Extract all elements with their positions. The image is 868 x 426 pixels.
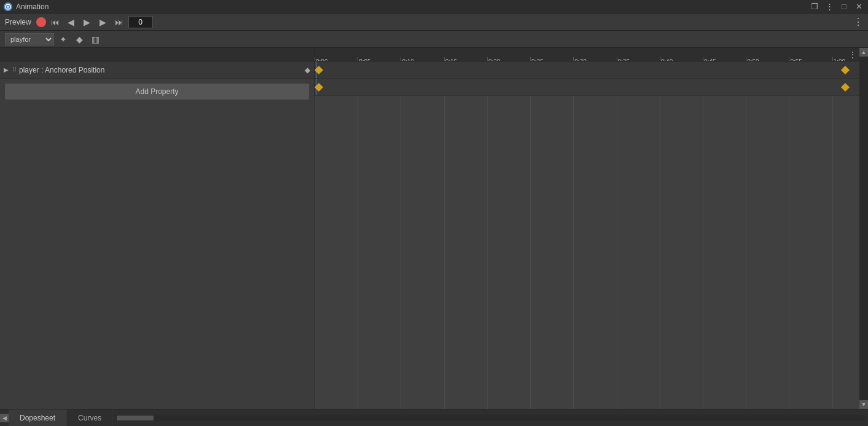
playhead-line (316, 61, 316, 78)
ruler-tick: 0:35 (617, 57, 617, 61)
grid-line (444, 96, 445, 409)
timeline-section: 0:000:050:100:150:200:250:300:350:400:45… (315, 48, 868, 409)
content-area: ▶ ⠿ player : Anchored Position ◆ Add Pro… (0, 48, 868, 409)
empty-tracks (315, 96, 859, 409)
keyframe-end (841, 83, 850, 92)
toolbar-primary: Preview ⏮ ◀ ▶ ▶ ⏭ ⋮ (0, 14, 868, 31)
left-panel: ▶ ⠿ player : Anchored Position ◆ Add Pro… (0, 48, 315, 409)
keyframe-diamond-end (841, 66, 850, 74)
skip-start-button[interactable]: ⏮ (49, 15, 62, 29)
timeline-header-left (0, 48, 314, 61)
grid-line (358, 96, 358, 409)
animation-icon (4, 2, 12, 11)
expand-arrow-icon[interactable]: ▶ (4, 66, 10, 73)
diamond-button[interactable]: ◆ (72, 33, 86, 46)
property-row[interactable]: ▶ ⠿ player : Anchored Position ◆ (0, 61, 314, 79)
scroll-left-arrow[interactable]: ◀ (0, 414, 9, 422)
time-input[interactable] (128, 16, 153, 28)
ruler-tick: 0:05 (358, 57, 358, 61)
grid-line (315, 96, 315, 409)
toolbar-secondary: playfor ✦ ◆ ▥ (0, 31, 868, 48)
grid-line (617, 96, 617, 409)
timeline-grid (315, 79, 859, 95)
grid-line (789, 96, 789, 409)
ruler-tick: 0:20 (487, 57, 488, 61)
scroll-track-h[interactable] (115, 415, 866, 421)
scroll-down-btn[interactable]: ▼ (859, 400, 868, 409)
tab-dopesheet[interactable]: Dopesheet (9, 409, 67, 426)
ruler-tick: 0:45 (703, 57, 703, 61)
property-diamond-icon[interactable]: ◆ (305, 66, 310, 74)
main-container: Preview ⏮ ◀ ▶ ▶ ⏭ ⋮ playfor ✦ ◆ ▥ ▶ ⠿ pl… (0, 14, 868, 426)
property-name: player : Anchored Position (19, 66, 305, 74)
ruler-tick: 0:40 (660, 57, 660, 61)
ruler-tick: 0:25 (530, 57, 531, 61)
ruler-tick: 0:10 (401, 57, 401, 61)
menu-btn[interactable]: ⋮ (824, 1, 835, 12)
skip-end-button[interactable]: ⏭ (112, 15, 126, 29)
record-button[interactable] (36, 17, 46, 27)
grid-line (703, 96, 703, 409)
restore-btn[interactable]: ❐ (809, 1, 820, 12)
timeline-ruler: 0:000:050:100:150:200:250:300:350:400:45… (315, 48, 859, 61)
ruler-tick: 0:30 (573, 57, 574, 61)
grid-line (746, 96, 746, 409)
timeline-blank-row (315, 61, 859, 79)
toolbar-menu-dots[interactable]: ⋮ (853, 16, 863, 28)
grid-line (530, 96, 531, 409)
scroll-thumb-h[interactable] (117, 416, 154, 420)
svg-point-1 (7, 6, 9, 7)
grid-line (487, 96, 488, 409)
play-button[interactable]: ▶ (80, 15, 94, 29)
ruler-tick: 0:50 (746, 57, 746, 61)
bottom-tabs: Dopesheet Curves (9, 409, 113, 426)
playfor-select[interactable]: playfor (5, 33, 54, 45)
ruler-tick: 0:55 (789, 57, 789, 61)
ruler-menu-dots[interactable]: ⋮ (846, 48, 859, 61)
scroll-up-btn[interactable]: ▲ (859, 48, 868, 57)
preview-label: Preview (5, 18, 31, 26)
drag-handle-icon[interactable]: ⠿ (12, 66, 17, 73)
ruler-inner: 0:000:050:100:150:200:250:300:350:400:45… (315, 48, 859, 61)
add-property-button[interactable]: Add Property (5, 84, 309, 100)
vertical-scrollbar[interactable]: ▲ ▼ (859, 48, 868, 409)
grid-line (660, 96, 660, 409)
window-controls: ❐ ⋮ □ ✕ (809, 1, 864, 12)
prev-frame-button[interactable]: ◀ (65, 15, 78, 29)
window-title: Animation (16, 2, 49, 11)
close-btn[interactable]: ✕ (853, 1, 864, 12)
grid-line (401, 96, 401, 409)
ruler-tick: 0:00 (315, 57, 315, 61)
ruler-tick: 1:00 (832, 57, 833, 61)
grid-line (573, 96, 574, 409)
playhead-track (316, 79, 316, 95)
horizontal-scrollbar (113, 409, 868, 426)
bottom-bar: ◀ Dopesheet Curves (0, 409, 868, 426)
ruler-tick: 0:15 (444, 57, 445, 61)
keyframe-property-row (315, 79, 859, 96)
grid-line (832, 96, 833, 409)
timeline-area: 0:000:050:100:150:200:250:300:350:400:45… (315, 48, 859, 409)
title-bar: Animation ❐ ⋮ □ ✕ (0, 0, 868, 14)
track-button[interactable]: ▥ (88, 33, 102, 46)
maximize-btn[interactable]: □ (839, 1, 850, 12)
add-keyframe-button[interactable]: ✦ (57, 33, 70, 46)
tab-curves[interactable]: Curves (67, 409, 113, 426)
next-frame-button[interactable]: ▶ (96, 15, 110, 29)
